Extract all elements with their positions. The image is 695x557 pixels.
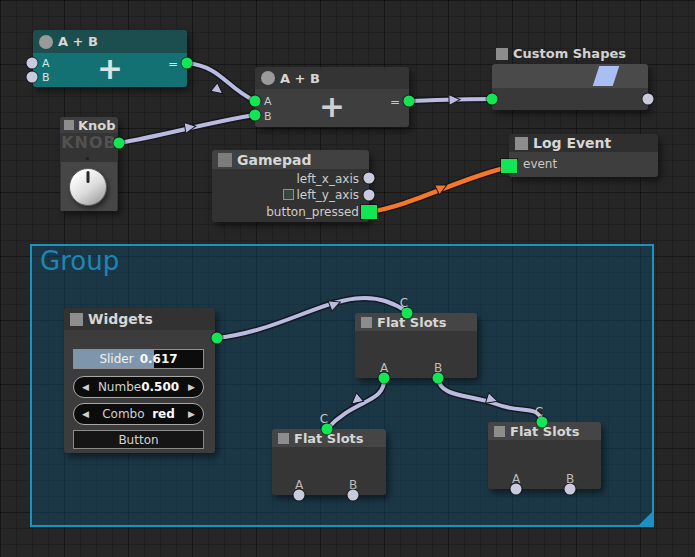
pin-gamepad-left-x-axis[interactable] bbox=[364, 173, 375, 184]
node-gamepad[interactable]: Gamepad left_x_axis left_y_axis button_p… bbox=[212, 150, 369, 222]
button-widget[interactable]: Button bbox=[73, 430, 204, 449]
pin-add2-input-b[interactable] bbox=[250, 110, 261, 121]
node-title: Custom Shapes bbox=[513, 46, 626, 61]
pin-flat-top-c[interactable] bbox=[402, 308, 413, 319]
node-log-event[interactable]: Log Event event bbox=[509, 134, 658, 177]
node-title: Knob bbox=[78, 118, 116, 133]
operator-plus: + bbox=[33, 53, 187, 84]
arrow-left-icon[interactable]: ◀ bbox=[82, 382, 89, 392]
pin-custom-shapes-input[interactable] bbox=[487, 94, 498, 105]
knob-dial[interactable] bbox=[69, 168, 107, 206]
node-type-square-icon bbox=[361, 317, 372, 328]
pin-add2-output[interactable] bbox=[404, 96, 415, 107]
custom-shapes-title-row: Custom Shapes bbox=[496, 46, 626, 61]
node-title: A + B bbox=[58, 34, 98, 49]
node-type-circle-icon bbox=[261, 71, 275, 85]
node-type-square-icon bbox=[64, 120, 74, 130]
pin-knob-output[interactable] bbox=[114, 138, 125, 149]
node-title: Gamepad bbox=[237, 152, 312, 168]
node-custom-shapes[interactable] bbox=[492, 64, 648, 110]
number-drag-widget[interactable]: ◀ Numbe0.500 ▶ bbox=[73, 376, 204, 398]
pin-add1-input-a[interactable] bbox=[27, 58, 38, 69]
wire-add1-to-add2[interactable] bbox=[187, 63, 255, 101]
node-type-square-icon bbox=[515, 137, 528, 150]
node-editor-canvas[interactable]: { "colors": { "selected_node_teal": "#14… bbox=[0, 0, 695, 557]
output-equals-label: = bbox=[390, 95, 400, 109]
node-flat-slots-left[interactable]: Flat Slots A B bbox=[272, 429, 386, 495]
input-event-label: event bbox=[523, 157, 557, 171]
knob-tick-dot bbox=[86, 157, 89, 160]
node-type-circle-icon bbox=[39, 35, 53, 49]
number-text: Numbe0.500 bbox=[89, 380, 188, 394]
node-widgets[interactable]: Widgets Slider0.617 ◀ Numbe0.500 ▶ ◀ Com… bbox=[64, 308, 215, 453]
pin-flat-left-a[interactable] bbox=[294, 490, 305, 501]
pin-flat-left-b[interactable] bbox=[348, 490, 359, 501]
pin-widgets-output[interactable] bbox=[212, 333, 223, 344]
pin-flat-left-c[interactable] bbox=[322, 424, 333, 435]
node-flat-slots-top[interactable]: Flat Slots A B bbox=[355, 313, 477, 378]
pin-gamepad-button-pressed[interactable] bbox=[361, 205, 377, 219]
pin-add2-input-a[interactable] bbox=[250, 96, 261, 107]
slider-widget[interactable]: Slider0.617 bbox=[73, 349, 204, 369]
arrow-left-icon[interactable]: ◀ bbox=[82, 409, 89, 419]
node-type-square-icon bbox=[496, 48, 508, 60]
node-title: Flat Slots bbox=[377, 315, 447, 330]
pin-flat-top-a[interactable] bbox=[379, 373, 390, 384]
node-title: Widgets bbox=[88, 311, 153, 327]
wire-add2-to-custom-shapes[interactable] bbox=[409, 99, 492, 101]
combo-widget[interactable]: ◀ Combo red ▶ bbox=[73, 403, 204, 425]
arrow-right-icon[interactable]: ▶ bbox=[188, 382, 195, 392]
pin-log-event-input[interactable] bbox=[501, 159, 517, 173]
checkbox-icon[interactable] bbox=[283, 189, 294, 200]
node-type-square-icon bbox=[278, 433, 289, 444]
knob-indicator bbox=[87, 171, 90, 183]
combo-text: Combo red bbox=[89, 407, 188, 421]
pin-flat-top-b[interactable] bbox=[433, 373, 444, 384]
wire-knob-to-add2[interactable] bbox=[119, 115, 255, 143]
wire-arrow bbox=[449, 94, 460, 105]
wire-arrow bbox=[184, 121, 197, 134]
node-type-square-icon bbox=[218, 153, 232, 167]
pin-add1-input-b[interactable] bbox=[27, 72, 38, 83]
output-left-y-axis-row: left_y_axis bbox=[283, 188, 359, 202]
wire-arrow-orange bbox=[435, 180, 450, 195]
output-button-pressed: button_pressed bbox=[266, 205, 359, 219]
node-add[interactable]: A + B A B + = bbox=[255, 67, 409, 127]
output-equals-label: = bbox=[168, 57, 178, 71]
knob-display-text: KNOB bbox=[60, 133, 118, 152]
pin-flat-right-a[interactable] bbox=[511, 484, 522, 495]
wire-gamepad-to-log-event[interactable] bbox=[369, 167, 509, 212]
slider-text: Slider0.617 bbox=[74, 350, 203, 368]
pin-gamepad-left-y-axis[interactable] bbox=[364, 190, 375, 201]
node-title: A + B bbox=[280, 71, 320, 86]
output-left-x-axis: left_x_axis bbox=[296, 172, 359, 186]
pin-flat-right-b[interactable] bbox=[565, 484, 576, 495]
node-title: Log Event bbox=[533, 135, 611, 151]
pin-flat-right-c[interactable] bbox=[537, 417, 548, 428]
group-label: Group bbox=[40, 246, 119, 276]
wire-arrow bbox=[211, 83, 226, 98]
node-type-square-icon bbox=[70, 313, 83, 326]
node-knob[interactable]: Knob KNOB bbox=[60, 117, 118, 211]
node-add-selected[interactable]: A + B A B + = bbox=[33, 30, 187, 87]
arrow-right-icon[interactable]: ▶ bbox=[188, 409, 195, 419]
pin-custom-shapes-output[interactable] bbox=[643, 94, 654, 105]
node-flat-slots-right[interactable]: Flat Slots A B bbox=[488, 422, 601, 489]
node-type-square-icon bbox=[494, 426, 505, 437]
operator-plus: + bbox=[255, 91, 409, 122]
parallelogram-shape bbox=[593, 66, 619, 86]
group-resize-handle[interactable] bbox=[639, 512, 652, 525]
pin-add1-output[interactable] bbox=[182, 58, 193, 69]
